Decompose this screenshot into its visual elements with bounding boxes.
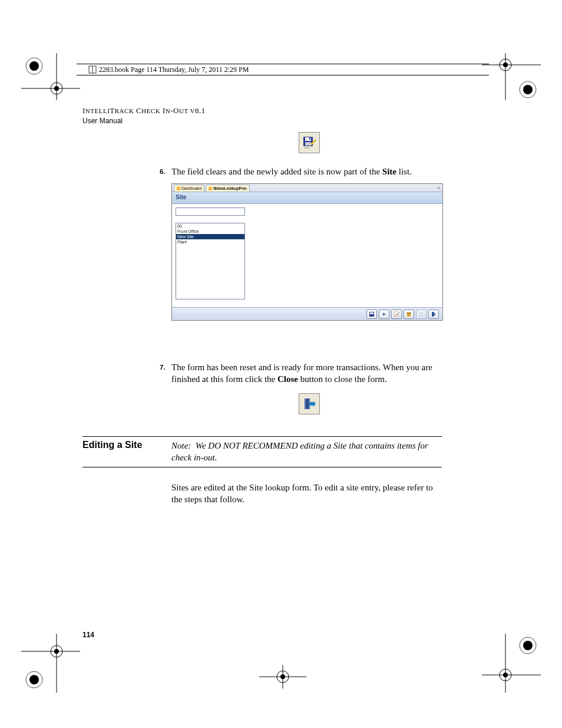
- svg-rect-38: [370, 312, 373, 314]
- list-item[interactable]: Front Office: [176, 229, 244, 234]
- step-6-text-a: The field clears and the newly added sit…: [171, 167, 382, 176]
- svg-point-5: [54, 86, 59, 91]
- svg-point-35: [306, 147, 308, 149]
- form-toolbar: [172, 307, 442, 320]
- crop-mark-center: [259, 665, 306, 689]
- tab-lookup-label: tblwsLookupFrm: [213, 186, 246, 190]
- tab-bar: Dashboard tblwsLookupFrm ×: [172, 184, 442, 192]
- close-icon[interactable]: ×: [437, 185, 440, 190]
- tab-dashboard-label: Dashboard: [181, 186, 201, 190]
- toolbar-close-button[interactable]: [428, 309, 439, 319]
- list-item[interactable]: Plant: [176, 239, 244, 245]
- step-7-number: 7.: [160, 363, 166, 373]
- tab-lookup[interactable]: tblwsLookupFrm: [206, 185, 249, 192]
- step-7-bold: Close: [277, 374, 298, 384]
- site-listbox[interactable]: 00 Front Office New Site Plant: [176, 223, 245, 299]
- crop-mark-tr: [482, 53, 541, 100]
- step-6: 6. The field clears and the newly added …: [171, 166, 442, 177]
- section-paragraph: Sites are edited at the Site lookup form…: [171, 482, 442, 506]
- svg-point-11: [523, 85, 533, 94]
- svg-point-34: [305, 147, 306, 149]
- note-body: We DO NOT RECOMMEND editing a Site that …: [171, 441, 428, 462]
- toolbar-edit-button[interactable]: [391, 309, 402, 319]
- tab-icon: [209, 187, 212, 190]
- step-6-text-b: list.: [396, 167, 412, 176]
- note-label: Note:: [171, 441, 191, 450]
- running-header: 2283.book Page 114 Thursday, July 7, 201…: [77, 64, 489, 75]
- product-title: INTELLITRACK CHECK IN-OUT V8.1: [82, 106, 206, 116]
- crop-mark-br: [482, 634, 541, 693]
- step-6-number: 6.: [160, 167, 166, 177]
- toolbar-save-button[interactable]: [366, 309, 377, 319]
- svg-rect-33: [309, 137, 310, 140]
- svg-rect-40: [407, 313, 411, 317]
- save-button-image: [299, 132, 320, 153]
- section-divider-bottom: [82, 467, 442, 467]
- step-6-bold: Site: [382, 167, 396, 176]
- form-title: Site: [172, 192, 442, 204]
- list-item-selected[interactable]: New Site: [176, 234, 244, 239]
- product-header: INTELLITRACK CHECK IN-OUT V8.1 User Manu…: [82, 106, 206, 125]
- svg-point-42: [419, 312, 423, 316]
- page-number: 114: [82, 631, 94, 639]
- toolbar-delete-button[interactable]: [404, 309, 414, 319]
- step-7-text-b: button to close the form.: [298, 374, 387, 384]
- running-header-text: 2283.book Page 114 Thursday, July 7, 201…: [99, 65, 249, 74]
- section-divider-top: [82, 436, 442, 437]
- product-subtitle: User Manual: [82, 117, 206, 125]
- tab-dashboard[interactable]: Dashboard: [174, 185, 204, 192]
- door-exit-icon: [303, 397, 316, 410]
- book-icon: [88, 65, 97, 74]
- crop-mark-bl: [21, 634, 80, 693]
- close-button-image: [299, 393, 320, 414]
- save-disk-pencil-icon: [302, 136, 316, 150]
- site-input[interactable]: [176, 207, 245, 216]
- svg-point-9: [503, 62, 508, 67]
- tab-icon: [177, 187, 180, 190]
- form-body: 00 Front Office New Site Plant: [172, 204, 442, 307]
- svg-point-23: [503, 673, 508, 677]
- svg-point-19: [523, 641, 533, 650]
- crop-mark-tl: [21, 53, 80, 100]
- svg-point-15: [54, 649, 59, 654]
- svg-point-36: [308, 147, 309, 149]
- site-lookup-form-screenshot: Dashboard tblwsLookupFrm × Site 00 Front…: [171, 183, 443, 321]
- svg-rect-43: [432, 312, 434, 317]
- list-item[interactable]: 00: [176, 223, 244, 229]
- toolbar-disabled-button: [416, 309, 427, 319]
- toolbar-undo-button[interactable]: [379, 309, 389, 319]
- note-text: Note: We DO NOT RECOMMEND editing a Site…: [171, 440, 442, 464]
- svg-rect-41: [406, 312, 411, 314]
- svg-point-1: [29, 61, 39, 71]
- section-heading: Editing a Site: [82, 440, 142, 450]
- svg-point-27: [280, 674, 285, 679]
- svg-point-17: [29, 675, 39, 684]
- step-7: 7. The form has been reset and is ready …: [171, 361, 442, 386]
